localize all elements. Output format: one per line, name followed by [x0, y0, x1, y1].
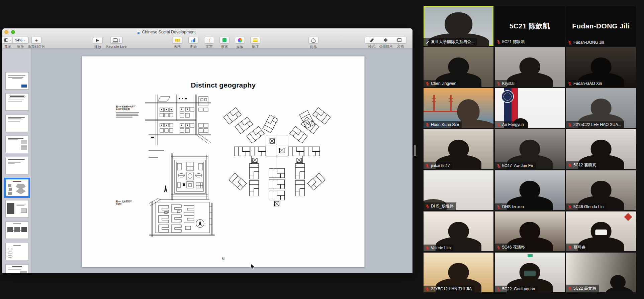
- add-slide-button[interactable]: +: [31, 37, 41, 43]
- figure1-caption: 图 4-6 长春第一汽车厂 生活区规划总图: [116, 105, 146, 118]
- figure-palace-plan[interactable]: [160, 153, 211, 200]
- mic-muted-icon: [425, 246, 430, 250]
- mic-muted-icon: [568, 245, 572, 250]
- participant-tile-1[interactable]: 复旦大学国际关系与公...: [424, 6, 493, 46]
- participant-tile-10[interactable]: jinkai 5c47: [424, 129, 493, 169]
- shape-button[interactable]: [219, 37, 229, 43]
- keynote-live-button[interactable]: )): [110, 37, 123, 43]
- participant-tile-19[interactable]: 22Y5C12 HAN ZHI JIA: [424, 253, 493, 292]
- slide-thumbnail-9[interactable]: [5, 243, 29, 260]
- slide-thumbnail-4[interactable]: [5, 136, 29, 153]
- keynote-live-label: Keynote Live: [106, 44, 127, 48]
- laptop-icon: [113, 38, 118, 42]
- figure-city-plan[interactable]: [149, 198, 215, 238]
- participant-name-text: 5C47_Aw Jun En: [502, 163, 533, 168]
- table-icon: [175, 38, 180, 42]
- facemask-dark-decor: [524, 271, 536, 277]
- table-label: 表格: [172, 44, 183, 49]
- slide-thumbnail-1[interactable]: [5, 72, 29, 90]
- participant-name-text: 蔡可睿: [573, 245, 585, 250]
- zoom-label: 缩放: [12, 44, 28, 49]
- zoom-tool: 94%⌄ 缩放: [12, 37, 28, 49]
- current-slide[interactable]: Distinct geography 图 4-6 长春第一汽车厂 生活区规划总图: [82, 56, 365, 267]
- participant-name-label: Hoon Kuan Sim: [424, 121, 462, 128]
- fullscreen-button[interactable]: [11, 30, 15, 34]
- participant-tile-6[interactable]: Fudan-GAO Xin: [566, 47, 636, 87]
- slide-thumbnail-3[interactable]: [5, 115, 29, 132]
- keynote-live-tool: )) Keynote Live: [106, 37, 127, 48]
- participant-tile-21[interactable]: 5C22 高文瀚: [566, 253, 636, 292]
- mic-muted-icon: [568, 123, 572, 127]
- participant-name-text: 5C22_GaoLuquan: [502, 287, 535, 291]
- participant-name-label: 5C22_GaoLuquan: [495, 286, 538, 292]
- slide-thumbnail-7[interactable]: [5, 200, 29, 217]
- facemask-decor: [595, 230, 607, 236]
- slide-thumbnail-8[interactable]: [5, 221, 29, 239]
- comment-button[interactable]: [250, 37, 260, 43]
- mic-muted-icon: [568, 163, 572, 167]
- participant-name-label: 5C46 花清晔: [495, 244, 528, 251]
- mic-muted-icon: [568, 40, 572, 45]
- slide-title[interactable]: Distinct geography: [82, 81, 364, 89]
- participant-tile-17[interactable]: 5C46 花清晔: [495, 211, 565, 251]
- window-titlebar[interactable]: Chinese Social Development ⌄ 显示 94%⌄ 缩放 …: [2, 28, 412, 49]
- participant-name-text: 5C46 花清晔: [502, 245, 525, 250]
- participant-tile-4[interactable]: Chen Jingwen: [424, 47, 493, 87]
- participant-name-label: DHS_杨惟婷: [424, 202, 456, 210]
- add-slide-label: 添加幻灯片: [28, 44, 45, 49]
- mic-muted-icon: [568, 205, 572, 209]
- broadcast-waves-icon: )): [119, 38, 120, 42]
- participant-tile-16[interactable]: Valerie Lim: [424, 211, 493, 251]
- participant-tile-2[interactable]: 5C21 陈歆凯5C21 陈歆凯: [495, 6, 565, 46]
- table-tool: 表格: [172, 37, 183, 49]
- window-title: Chinese Social Development: [123, 30, 210, 34]
- chart-button[interactable]: [188, 37, 198, 43]
- mic-muted-icon: [496, 205, 501, 209]
- participant-name-text: DHS ler xen: [502, 204, 524, 209]
- figure-apartment-floor-plan[interactable]: [219, 96, 335, 216]
- slide-thumbnail-6-selected[interactable]: [5, 179, 29, 196]
- media-tool: 媒体: [235, 37, 245, 49]
- participant-tile-11[interactable]: 5C47_Aw Jun En: [495, 129, 565, 169]
- play-button[interactable]: ▶: [93, 37, 103, 44]
- participant-tile-13[interactable]: DHS_杨惟婷: [424, 170, 493, 210]
- text-button[interactable]: T: [204, 37, 214, 43]
- participant-tile-7[interactable]: Hoon Kuan Sim: [424, 88, 493, 128]
- slide-thumbnail-5[interactable]: [5, 157, 29, 174]
- participant-tile-18[interactable]: 蔡可睿: [566, 211, 636, 251]
- exitsign-decor: [528, 254, 533, 257]
- participant-name-text: Fudan-GAO Xin: [573, 81, 602, 86]
- panel-resize-handle[interactable]: [414, 145, 417, 156]
- document-button[interactable]: [393, 37, 406, 43]
- animate-button[interactable]: [379, 37, 392, 43]
- document-icon: [137, 30, 140, 34]
- zoom-level-button[interactable]: 94%⌄: [12, 37, 28, 43]
- participant-tile-12[interactable]: 5C12 龚奕真: [566, 129, 636, 169]
- chart-label: 图表: [188, 44, 198, 49]
- mic-muted-icon: [496, 245, 501, 250]
- btower2-decor: [450, 95, 452, 112]
- participant-name-label: DHS ler xen: [495, 203, 527, 210]
- slide-thumbnail-10[interactable]: [5, 264, 29, 273]
- participant-name-label: 5C46 Glenda Lin: [566, 203, 606, 210]
- collaborate-button[interactable]: [308, 37, 318, 43]
- media-button[interactable]: [235, 37, 245, 43]
- participant-tile-8[interactable]: An Fengyun: [495, 88, 565, 128]
- mic-muted-icon: [496, 82, 501, 86]
- minimize-button[interactable]: [4, 30, 8, 34]
- participant-tile-9[interactable]: 22Y5C22 LEE HAO XUA...: [566, 88, 636, 128]
- participant-name-label: Fudan-GAO Xin: [566, 80, 605, 87]
- participant-name-text: jinkai 5c47: [431, 163, 450, 168]
- slide-thumbnail-2[interactable]: [5, 93, 29, 111]
- table-button[interactable]: [172, 37, 183, 43]
- pin-icon: [425, 40, 430, 44]
- participant-tile-20[interactable]: 5C22_GaoLuquan: [495, 253, 565, 292]
- participant-tile-3[interactable]: Fudan-DONG JiliFudan-DONG Jili: [566, 6, 636, 46]
- participant-tile-5[interactable]: Krystal: [495, 47, 565, 87]
- participant-name-label: An Fengyun: [495, 121, 527, 128]
- format-button[interactable]: [365, 37, 379, 43]
- participant-tile-14[interactable]: DHS ler xen: [495, 170, 565, 210]
- btower1-decor: [433, 95, 435, 112]
- participant-tile-15[interactable]: 5C46 Glenda Lin: [566, 170, 636, 210]
- figure-block-plan[interactable]: [145, 95, 211, 145]
